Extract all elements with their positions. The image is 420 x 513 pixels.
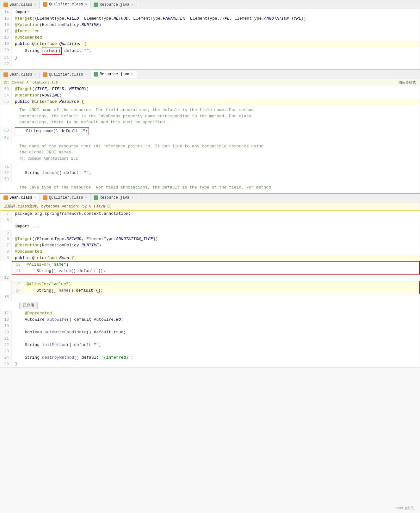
bot-line-23: 23: [0, 348, 420, 355]
bot-content-8b: @Documented: [12, 249, 420, 255]
tab-qualifier-label-top: Qualifier.class: [49, 2, 83, 7]
bot-num-15: 15: [0, 294, 12, 300]
bot-num-22: 22: [0, 342, 12, 348]
tab-bean-label-bot: Bean.class: [9, 195, 32, 200]
bot-line-19: 19: [0, 323, 420, 329]
bot-num-23: 23: [0, 348, 12, 355]
bot-line-7a: 7 package org.springframework.context.an…: [0, 211, 420, 217]
bot-num-14: 14: [12, 287, 23, 294]
bot-content-5: [12, 230, 420, 236]
code-line-53: 53 @Target({TYPE, FIELD, METHOD}): [0, 86, 420, 92]
bot-line-25: 25 }: [0, 361, 420, 367]
tab-bean-label-top: Bean.class: [9, 3, 32, 7]
code-line-71: 71: [0, 164, 420, 170]
bot-content-10: @AliasFor("name"): [23, 262, 419, 268]
bot-line-7b: 7 @Retention(RetentionPolicy.RUNTIME): [0, 242, 420, 249]
tab-bean-mid[interactable]: Bean.class ×: [0, 71, 40, 78]
line-content-17: @Inherited: [12, 28, 420, 34]
line-content-20: String value() default "";: [12, 47, 420, 55]
bot-content-15: [12, 294, 420, 300]
top-editor-panel: Bean.class × Qualifier.class × Resource.…: [0, 0, 420, 70]
line-num-63: 63: [0, 127, 12, 134]
code-line-15: 15 @Target({ElementType.FIELD, ElementTy…: [0, 15, 420, 22]
bot-content-19: [12, 323, 420, 329]
bot-num-19: 19: [0, 323, 12, 329]
bot-num-25: 25: [0, 361, 12, 367]
tab-qualifier-close-top[interactable]: ×: [85, 3, 87, 6]
tab-resource-mid[interactable]: Resource.java ×: [90, 71, 137, 78]
line-num-72: 72: [0, 170, 12, 176]
line-num-18: 18: [0, 34, 12, 41]
tab-bean-bot[interactable]: Bean.class ×: [0, 194, 40, 202]
bot-num-8a: 8: [0, 217, 12, 223]
tab-bean-label-mid: Bean.class: [9, 72, 32, 77]
line-num-22: 22: [0, 61, 12, 67]
middle-editor-panel: Bean.class × Qualifier.class × Resource.…: [0, 70, 420, 193]
bot-content-6: @Target({ElementType.METHOD, ElementType…: [12, 236, 420, 242]
line-content-55: public @interface Resource {: [12, 99, 420, 105]
bot-line-14: 14 String[] name() default {};: [12, 287, 419, 294]
tab-qualifier-top[interactable]: Qualifier.class ×: [40, 1, 91, 9]
bot-num-20: 20: [0, 329, 12, 336]
code-line-73: 73: [0, 176, 420, 182]
middle-code-area: 53 @Target({TYPE, FIELD, METHOD}) 54 @Re…: [0, 86, 420, 193]
tab-bean-close-bot[interactable]: ×: [34, 196, 36, 200]
bot-content-23: [12, 348, 420, 355]
bot-line-import: import ...: [0, 223, 420, 230]
top-tab-bar: Bean.class × Qualifier.class × Resource.…: [0, 0, 420, 9]
tab-resource-bot[interactable]: Resource.java ×: [90, 194, 137, 201]
tab-qualifier-close-mid[interactable]: ×: [85, 73, 87, 77]
line-content-15: @Target({ElementType.FIELD, ElementType.…: [12, 15, 420, 22]
tab-qualifier-close-bot[interactable]: ×: [85, 196, 87, 200]
bot-num-6: 6: [0, 236, 12, 242]
resource-file-icon-bot: [94, 195, 98, 200]
tab-bean-close-mid[interactable]: ×: [34, 73, 36, 77]
line-content-54: @Retention(RUNTIME): [12, 92, 420, 99]
bot-line-20: 20 boolean autowireCandidate() default t…: [0, 329, 420, 336]
tab-bean-close-top[interactable]: ×: [34, 3, 36, 7]
line-content-71: [12, 164, 420, 170]
code-line-64: 64: [0, 135, 420, 141]
code-line-54: 54 @Retention(RUNTIME): [0, 92, 420, 99]
resource-file-icon-mid: [94, 72, 98, 77]
qualifier-file-icon-mid: [43, 72, 47, 77]
tab-resource-close-mid[interactable]: ×: [131, 72, 133, 76]
bot-line-13: 13 @AliasFor("value"): [12, 281, 419, 287]
tab-qualifier-bot[interactable]: Qualifier.class ×: [40, 194, 91, 201]
bot-content-12: [12, 275, 420, 281]
tab-resource-close-top[interactable]: ×: [131, 3, 133, 7]
bot-line-10: 10 @AliasFor("name"): [12, 262, 419, 268]
bot-num-12: 12: [0, 275, 12, 281]
reader-mode-button[interactable]: 阅读器模式: [398, 80, 416, 85]
bot-num-10: 10: [12, 262, 23, 268]
code-line-16: 16 @Retention(RetentionPolicy.RUNTIME): [0, 22, 420, 28]
bot-num-13: 13: [12, 281, 23, 287]
code-line-19: 19 public @interface Qualifier {: [0, 41, 420, 47]
bot-num-7b: 7: [0, 242, 12, 249]
line-num-20: 20: [0, 47, 12, 53]
bot-num-18: 18: [0, 317, 12, 323]
line-content-72: String lookup() default "";: [12, 170, 420, 176]
bot-num-24: 24: [0, 355, 12, 361]
bot-num-7a: 7: [0, 211, 12, 217]
bot-content-20: boolean autowireCandidate() default true…: [12, 329, 420, 336]
qualifier-file-icon-top: [43, 2, 47, 7]
middle-tab-bar: Bean.class × Qualifier.class × Resource.…: [0, 70, 420, 79]
bottom-code-area: 7 package org.springframework.context.an…: [0, 211, 420, 367]
code-line-18: 18 @Documented: [0, 34, 420, 41]
tab-resource-close-bot[interactable]: ×: [131, 196, 133, 200]
line-num-17: 17: [0, 28, 12, 34]
bean-file-icon-bot: [3, 195, 8, 200]
code-line-22: 22: [0, 61, 420, 67]
decompile-warning: 反编译.class文件, bytecode version: 52.0 (Jav…: [0, 202, 420, 211]
resource-file-icon-top: [94, 3, 98, 7]
tab-resource-top[interactable]: Resource.java ×: [90, 1, 137, 8]
bot-content-25: }: [12, 361, 420, 367]
code-line-20: 20 String value() default "";: [0, 47, 420, 55]
tab-qualifier-label-bot: Qualifier.class: [49, 195, 83, 200]
tab-qualifier-mid[interactable]: Qualifier.class ×: [40, 71, 91, 78]
doc-block-3: The Java type of the resource. For field…: [0, 182, 420, 193]
line-num-16: 16: [0, 22, 12, 28]
bot-num-21: 21: [0, 336, 12, 342]
tab-bean-top[interactable]: Bean.class ×: [0, 1, 40, 8]
